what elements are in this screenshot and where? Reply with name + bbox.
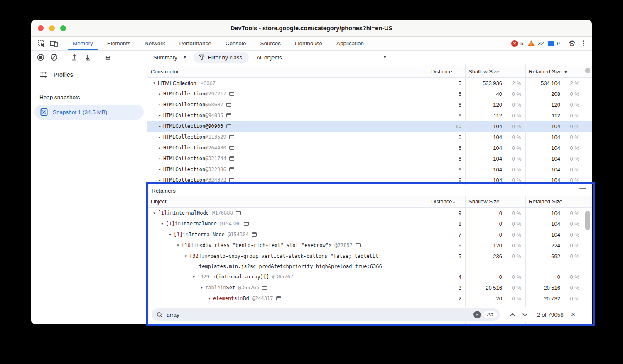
expand-arrow-icon[interactable]: ▾ — [152, 211, 157, 215]
tab-application[interactable]: Application — [329, 37, 371, 50]
table-row[interactable]: ▸HTMLCollection @32437261040 %1040 % — [147, 175, 592, 185]
clear-profiles-icon[interactable] — [49, 52, 59, 63]
tab-console[interactable]: Console — [218, 37, 253, 50]
expand-arrow-icon[interactable]: ▾ — [199, 286, 204, 290]
more-options-icon[interactable]: ⋮ — [580, 39, 587, 48]
table-row[interactable]: ▸HTMLCollection @32174461040 %1040 % — [147, 153, 592, 164]
inspect-element-icon[interactable] — [37, 39, 46, 48]
column-shallow-size[interactable]: Shallow Size — [465, 196, 525, 208]
collapse-arrow-icon[interactable]: ▸ — [157, 146, 162, 150]
load-profile-icon[interactable] — [69, 52, 80, 63]
expand-arrow-icon[interactable]: ▾ — [207, 296, 212, 300]
shallow-size-percent: 0 % — [502, 242, 521, 249]
match-case-toggle[interactable]: Aa — [483, 311, 497, 318]
table-row[interactable]: templates.min.js?sc=prod&fetchpriority=h… — [147, 261, 592, 271]
search-next-button[interactable] — [519, 313, 531, 317]
table-row[interactable]: ▾[10] in <div class="bento-rich-text" sl… — [147, 240, 592, 251]
tab-elements[interactable]: Elements — [100, 37, 137, 50]
retained-size-number: 104 — [551, 145, 560, 151]
tab-network[interactable]: Network — [137, 37, 172, 50]
collapse-arrow-icon[interactable]: ▸ — [157, 103, 162, 107]
table-row[interactable]: ▾[1] in InternalNode @170888900 %1040 % — [147, 208, 592, 218]
sidebar-item-snapshot-1[interactable]: Snapshot 1 (34.5 MB) — [34, 105, 144, 120]
clear-garbage-icon[interactable] — [103, 52, 113, 63]
table-row[interactable]: ▾[1] in InternalNode @154306800 %1040 % — [147, 218, 592, 229]
zoom-window-button[interactable] — [60, 25, 66, 31]
search-field[interactable]: × Aa — [152, 308, 500, 321]
collapse-arrow-icon[interactable]: ▸ — [157, 113, 162, 117]
object-cell: ▾[10] in <div class="bento-rich-text" sl… — [147, 242, 428, 248]
column-retained-size[interactable]: Retained Size — [525, 196, 584, 208]
table-row[interactable]: ▸HTMLCollection @2972176400 %2080 % — [147, 88, 592, 99]
table-row[interactable]: ▾[32] in <bento-copy-group vertical-stac… — [147, 251, 592, 261]
column-shallow-size[interactable]: Shallow Size — [465, 66, 525, 78]
table-row[interactable]: ▸HTMLCollection @9483561120 %1120 % — [147, 110, 592, 121]
table-row[interactable]: ▸HTMLCollection @6860761200 %1200 % — [147, 99, 592, 110]
shallow-size-value: 1040 % — [465, 145, 525, 151]
table-row[interactable]: ▸HTMLCollection @90903101040 %1040 % — [147, 121, 592, 132]
retained-size-label: Retained Size — [529, 68, 562, 75]
close-search-icon[interactable]: × — [571, 310, 576, 319]
class-filter-input[interactable]: Filter by class — [194, 52, 249, 63]
tab-lighthouse[interactable]: Lighthouse — [288, 37, 329, 50]
close-window-button[interactable] — [38, 25, 44, 31]
message-count-badge[interactable]: 9 — [548, 40, 560, 46]
settings-gear-icon[interactable]: ⚙ — [569, 39, 576, 47]
collapse-arrow-icon[interactable]: ▸ — [157, 167, 162, 171]
retained-size-number: 104 — [551, 134, 560, 140]
shallow-size-percent: 0 % — [502, 134, 521, 140]
window-frame-icon — [262, 286, 267, 290]
collapse-arrow-icon[interactable]: ▸ — [157, 135, 162, 139]
expand-arrow-icon[interactable]: ▾ — [191, 275, 196, 279]
minimize-window-button[interactable] — [49, 25, 55, 31]
table-row[interactable]: ▾[1] in InternalNode @154304700 %1040 % — [147, 229, 592, 240]
instance-count: ×6067 — [200, 80, 216, 86]
table-row[interactable]: ▸HTMLCollection @32208661040 %1040 % — [147, 164, 592, 175]
expand-arrow-icon[interactable]: ▾ — [183, 254, 189, 258]
expand-arrow-icon[interactable]: ▾ — [175, 243, 181, 247]
perspective-select[interactable]: Summary ▼ — [153, 54, 194, 61]
retained-size-number: 104 — [551, 232, 560, 238]
collapse-arrow-icon[interactable]: ▸ — [157, 92, 162, 96]
table-row[interactable]: ▾1929 in (internal array)[] @365767400 %… — [147, 271, 592, 282]
source-link[interactable]: templates.min.js?sc=prod&fetchpriority=h… — [199, 264, 382, 269]
expand-arrow-icon[interactable]: ▾ — [167, 232, 173, 237]
tab-memory[interactable]: Memory — [66, 37, 100, 50]
scrollbar-gutter — [584, 293, 592, 304]
table-row[interactable]: ▾HTMLCollection×60675533 9362 %534 1042 … — [147, 78, 592, 88]
menu-icon[interactable] — [579, 188, 586, 193]
table-row[interactable]: ▾table in Set @365765320 5160 %20 5160 % — [147, 282, 592, 293]
tab-performance[interactable]: Performance — [172, 37, 218, 50]
collapse-arrow-icon[interactable]: ▸ — [157, 178, 162, 182]
column-constructor[interactable]: Constructor — [147, 66, 428, 78]
search-previous-button[interactable] — [506, 313, 519, 317]
object-id: @154304 — [225, 232, 249, 237]
object-id: @77857 — [331, 242, 353, 248]
expand-arrow-icon[interactable]: ▾ — [152, 81, 157, 85]
shallow-size-value: 200 % — [465, 296, 525, 302]
device-toolbar-icon[interactable] — [49, 39, 59, 48]
error-count-badge[interactable]: ✕ 5 — [511, 40, 524, 47]
collapse-arrow-icon[interactable]: ▸ — [157, 156, 162, 161]
retained-size-percent: 0 % — [560, 112, 579, 119]
table-row[interactable]: ▾elements in Bd @2443172200 %20 7320 % — [147, 293, 592, 304]
record-heap-icon[interactable] — [35, 52, 46, 63]
table-row[interactable]: ▸HTMLCollection @26448061040 %1040 % — [147, 142, 592, 153]
warning-count-badge[interactable]: 32 — [527, 40, 544, 46]
column-distance[interactable]: Distance▲ — [428, 196, 465, 208]
column-object[interactable]: Object — [147, 196, 428, 208]
clear-search-icon[interactable]: × — [473, 311, 481, 318]
table-row[interactable]: ▸HTMLCollection @11352961040 %1040 % — [147, 132, 592, 142]
retained-size-value: 6920 % — [525, 253, 584, 259]
scrollbar-thumb[interactable] — [585, 68, 590, 73]
column-retained-size[interactable]: Retained Size ▼ — [525, 66, 584, 78]
scrollbar-thumb[interactable] — [585, 211, 590, 230]
objects-filter-select[interactable]: All objects ▼ — [256, 54, 393, 61]
collapse-arrow-icon[interactable]: ▸ — [157, 124, 162, 128]
search-input[interactable] — [167, 312, 473, 318]
save-profile-icon[interactable] — [82, 52, 93, 63]
retainer-target: Bd — [243, 296, 249, 301]
column-distance[interactable]: Distance — [428, 66, 465, 78]
expand-arrow-icon[interactable]: ▾ — [159, 222, 165, 226]
tab-sources[interactable]: Sources — [253, 37, 288, 50]
